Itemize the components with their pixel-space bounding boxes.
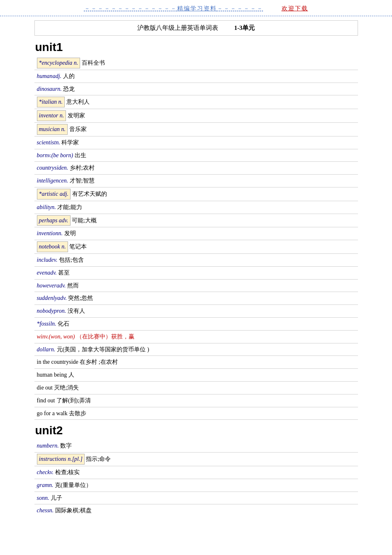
vocab-en: inventor bbox=[39, 112, 60, 119]
vocab-zh: 克(重量单位） bbox=[55, 480, 92, 490]
vocab-row-countryside: countryside n. 乡村;农村 bbox=[34, 162, 358, 175]
vocab-pos: n. bbox=[54, 441, 59, 451]
vocab-pos: n. bbox=[49, 506, 54, 516]
vocab-en: include bbox=[37, 255, 54, 265]
vocab-row-intelligence: intelligence n. 才智;智慧 bbox=[34, 175, 358, 187]
vocab-en: *encyclopedia bbox=[39, 60, 74, 66]
vocab-en: however bbox=[37, 281, 56, 291]
vocab-zh: 出生 bbox=[75, 151, 86, 161]
vocab-zh: 突然;忽然 bbox=[68, 293, 93, 303]
vocab-pos: n. bbox=[56, 138, 60, 148]
vocab-pos: n. bbox=[58, 99, 63, 105]
phrase-text: find out 了解(到);弄清 bbox=[37, 397, 91, 404]
vocab-row-fossil: *fossil n. 化石 bbox=[34, 318, 358, 331]
vocab-pos: adv. bbox=[56, 281, 66, 291]
vocab-pos: n. bbox=[52, 319, 56, 329]
vocab-pos: n. bbox=[49, 480, 54, 490]
doc-title: 沪教版八年级上册英语单词表 1-3单元 bbox=[34, 20, 358, 36]
phrase-row-die-out: die out 灭绝;消失 bbox=[34, 382, 358, 394]
vocab-en: born bbox=[37, 151, 48, 161]
phrase-text: human being 人 bbox=[37, 372, 74, 378]
unit1-heading: unit1 bbox=[34, 41, 358, 54]
vocab-zh: 才智;智慧 bbox=[70, 176, 95, 186]
vocab-row-scientist: scientist n. 科学家 bbox=[34, 136, 358, 149]
vocab-pos: n. bbox=[58, 229, 63, 239]
vocab-pos: v. bbox=[54, 255, 58, 265]
vocab-pos: adv. bbox=[59, 217, 68, 224]
vocab-zh: 才能;能力 bbox=[57, 202, 82, 212]
vocab-en: countryside bbox=[37, 163, 64, 173]
vocab-row-human: human adj. 人的 bbox=[34, 70, 358, 83]
vocab-pos: n. bbox=[57, 84, 62, 94]
header-dashes-right: －－－－－－－ bbox=[217, 5, 263, 12]
header-title: 精编学习资料 bbox=[177, 5, 217, 12]
vocab-row-encyclopedia: *encyclopedia n. 百科全书 bbox=[34, 56, 358, 70]
vocab-zh: 元(美国，加拿大等国家的货币单位 ) bbox=[57, 345, 149, 355]
vocab-row-perhaps: perhaps adv. 可能;大概 bbox=[34, 214, 358, 228]
vocab-pos: n.[pl.] bbox=[68, 456, 83, 462]
vocab-pos: v. bbox=[50, 467, 54, 477]
vocab-en: chess bbox=[37, 506, 49, 516]
vocab-en: even bbox=[37, 268, 48, 278]
vocab-row-ability: ability n. 才能;能力 bbox=[34, 201, 358, 214]
vocab-pos: adj. bbox=[53, 71, 61, 81]
vocab-row-win: win v.(won, won) （在比赛中）获胜，赢 bbox=[34, 331, 358, 343]
vocab-row-number: number n. 数字 bbox=[34, 440, 358, 453]
vocab-zh: 没有人 bbox=[68, 306, 85, 316]
vocab-en: win bbox=[37, 332, 45, 342]
vocab-zh: 可能;大概 bbox=[72, 216, 97, 226]
vocab-row-however: however adv. 然而 bbox=[34, 280, 358, 292]
vocab-pos: n. bbox=[61, 126, 66, 132]
phrase-row-human-being: human being 人 bbox=[34, 369, 358, 382]
vocab-pos: n. bbox=[64, 163, 68, 173]
vocab-en: *artistic bbox=[39, 191, 60, 197]
vocab-en: check bbox=[37, 467, 50, 477]
vocab-row-invention: invention n. 发明 bbox=[34, 227, 358, 240]
phrase-row-find-out: find out 了解(到);弄清 bbox=[34, 394, 358, 407]
vocab-en: notebook bbox=[39, 243, 62, 250]
vocab-pos: adv. bbox=[47, 268, 57, 278]
vocab-en: *italian bbox=[39, 99, 58, 105]
vocab-zh: 发明 bbox=[64, 229, 76, 239]
vocab-row-suddenly: suddenly adv. 突然;忽然 bbox=[34, 292, 358, 305]
vocab-pos: n. bbox=[51, 345, 56, 355]
vocab-en: perhaps bbox=[39, 217, 59, 224]
vocab-zh: 人的 bbox=[63, 71, 75, 81]
vocab-pos: adj. bbox=[60, 191, 68, 197]
phrase-text: die out 灭绝;消失 bbox=[37, 385, 79, 391]
vocab-en: scientist bbox=[37, 138, 56, 148]
vocab-zh: 指示;命令 bbox=[86, 454, 111, 464]
vocab-en: invention bbox=[37, 229, 58, 239]
vocab-en: human bbox=[37, 71, 53, 81]
vocab-zh: 国际象棋;棋盘 bbox=[55, 506, 92, 516]
vocab-zh: 检查;核实 bbox=[55, 467, 80, 477]
vocab-zh: 甚至 bbox=[58, 268, 70, 278]
header-download[interactable]: 欢迎下载 bbox=[282, 5, 308, 12]
vocab-pos: v.(be born) bbox=[48, 151, 73, 161]
vocab-zh: （在比赛中）获胜，赢 bbox=[76, 332, 134, 342]
vocab-pos: v.(won, won) bbox=[45, 332, 75, 342]
vocab-row-artistic: *artistic adj. 有艺术天赋的 bbox=[34, 187, 358, 201]
vocab-zh: 百科全书 bbox=[82, 58, 105, 68]
vocab-row-gram: gram n. 克(重量单位） bbox=[34, 479, 358, 492]
vocab-pos: n. bbox=[60, 112, 64, 119]
vocab-zh: 有艺术天赋的 bbox=[72, 189, 107, 199]
vocab-en: ability bbox=[37, 202, 52, 212]
vocab-zh: 意大利人 bbox=[66, 97, 90, 107]
vocab-row-dinosaur: dinosaur n. 恐龙 bbox=[34, 83, 358, 96]
vocab-row-instructions: instructions n.[pl.] 指示;命令 bbox=[34, 453, 358, 466]
vocab-en: nobody bbox=[37, 306, 54, 316]
vocab-zh: 数字 bbox=[60, 441, 72, 451]
vocab-en: number bbox=[37, 441, 55, 451]
vocab-en: son bbox=[37, 493, 45, 503]
doc-subtitle: 1-3单元 bbox=[234, 24, 255, 31]
unit2-heading: unit2 bbox=[34, 424, 358, 437]
vocab-en: musician bbox=[39, 126, 61, 132]
vocab-en: suddenly bbox=[37, 293, 58, 303]
vocab-zh: 然而 bbox=[67, 281, 79, 291]
vocab-row-nobody: nobody pron. 没有人 bbox=[34, 305, 358, 318]
vocab-row-dollar: dollar n. 元(美国，加拿大等国家的货币单位 ) bbox=[34, 343, 358, 356]
vocab-zh: 化石 bbox=[58, 319, 69, 329]
vocab-zh: 乡村;农村 bbox=[70, 163, 95, 173]
vocab-pos: n. bbox=[74, 60, 78, 66]
